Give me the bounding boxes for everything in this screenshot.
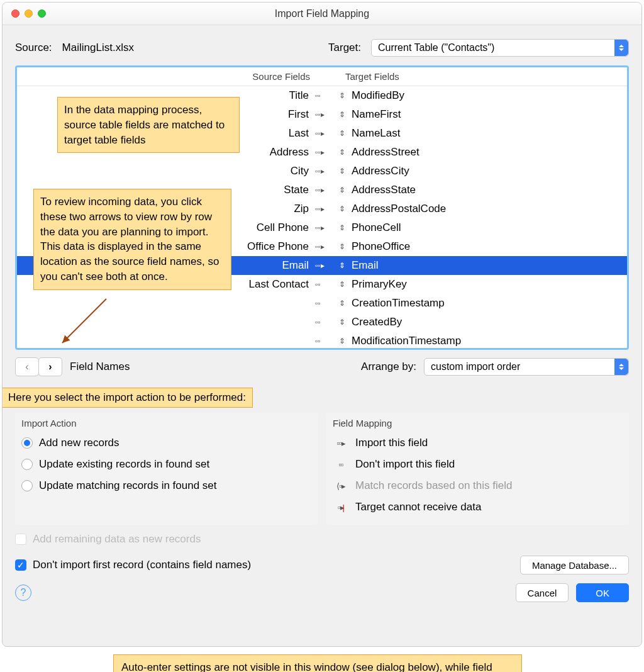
column-target: Target Fields — [345, 71, 627, 82]
help-button[interactable]: ? — [15, 585, 31, 601]
target-field: PhoneCell — [348, 221, 627, 234]
target-field: NameFirst — [348, 108, 627, 121]
mapping-arrow-icon[interactable]: ▫▫▸ — [315, 223, 325, 232]
mapping-row[interactable]: ▫▫⇕ModificationTimestamp — [17, 332, 627, 350]
mapping-arrow-icon[interactable]: ▫▫ — [315, 280, 321, 289]
svg-line-0 — [62, 299, 106, 343]
target-field: ModificationTimestamp — [348, 335, 627, 347]
arrange-by-select[interactable]: custom import order — [424, 358, 629, 376]
mapping-arrow-icon[interactable]: ▫▫▸ — [315, 148, 325, 157]
mapping-arrow-icon[interactable]: ▫▫▸ — [315, 186, 325, 194]
field-names-label: Field Names — [70, 361, 130, 373]
source-label: Source: — [15, 42, 52, 54]
field-mapping-list[interactable]: Source Fields Target Fields Title▫▫⇕Modi… — [15, 65, 629, 350]
target-field: AddressStreet — [348, 146, 627, 159]
sort-handle-icon[interactable]: ⇕ — [339, 242, 345, 251]
annotation-callout: In the data mapping process, source tabl… — [57, 97, 240, 153]
annotation-callout: To review incoming data, you click these… — [33, 189, 231, 290]
mapping-arrow-icon[interactable]: ▫▫ — [315, 299, 321, 308]
source-value: MailingList.xlsx — [62, 42, 134, 54]
radio-icon — [21, 480, 33, 491]
checkbox-icon — [15, 534, 26, 545]
titlebar: Import Field Mapping — [3, 3, 641, 25]
sort-handle-icon[interactable]: ⇕ — [339, 148, 345, 157]
sort-handle-icon[interactable]: ⇕ — [339, 91, 345, 100]
arrange-by-value: custom import order — [431, 361, 520, 372]
annotation-arrow-icon — [56, 299, 106, 349]
mapping-row[interactable]: ▫▫⇕CreationTimestamp — [17, 294, 627, 313]
mapping-arrow-icon[interactable]: ▫▫▸ — [315, 242, 325, 251]
legend-icon: ▫▫ — [333, 460, 349, 469]
annotation-callout: Auto-enter settings are not visible in t… — [113, 654, 522, 672]
mapping-row[interactable]: City▫▫▸⇕AddressCity — [17, 162, 627, 181]
legend-icon: ▫▸| — [333, 503, 349, 512]
target-field: AddressState — [348, 184, 627, 196]
ok-button[interactable]: OK — [576, 583, 629, 602]
annotation-callout: Here you select the import action to be … — [2, 388, 253, 408]
manage-database-button[interactable]: Manage Database... — [520, 556, 629, 574]
target-select[interactable]: Current Table ("Contacts") — [371, 39, 629, 57]
select-stepper-icon — [614, 359, 628, 375]
legend-icon: ⟨▫▸ — [333, 481, 349, 491]
prev-record-button[interactable]: ‹ — [15, 357, 39, 376]
import-action-title: Import Action — [21, 418, 311, 428]
sort-handle-icon[interactable]: ⇕ — [339, 299, 345, 308]
mapping-arrow-icon[interactable]: ▫▫▸ — [315, 261, 325, 270]
radio-update-existing[interactable]: Update existing records in found set — [21, 454, 311, 475]
mapping-arrow-icon[interactable]: ▫▫ — [315, 91, 321, 100]
sort-handle-icon[interactable]: ⇕ — [339, 129, 345, 138]
dialog-window: Import Field Mapping Source: MailingList… — [2, 2, 642, 647]
target-label: Target: — [328, 42, 361, 54]
import-action-panel: Import Action Add new records Update exi… — [15, 413, 318, 525]
mapping-row[interactable]: ▫▫⇕CreatedBy — [17, 313, 627, 332]
legend-icon: ▫▫▸ — [333, 439, 349, 448]
legend-row: ▫▫▸Import this field — [333, 432, 623, 454]
cancel-button[interactable]: Cancel — [516, 583, 569, 602]
target-field: NameLast — [348, 127, 627, 140]
mapping-arrow-icon[interactable]: ▫▫ — [315, 318, 321, 327]
target-field: AddressPostalCode — [348, 203, 627, 215]
target-field: CreationTimestamp — [348, 297, 627, 310]
mapping-arrow-icon[interactable]: ▫▫ — [315, 337, 321, 345]
sort-handle-icon[interactable]: ⇕ — [339, 280, 345, 289]
target-field: AddressCity — [348, 165, 627, 177]
window-title: Import Field Mapping — [3, 8, 641, 20]
select-stepper-icon — [614, 40, 628, 56]
sort-handle-icon[interactable]: ⇕ — [339, 204, 345, 213]
skip-first-record-checkbox[interactable]: Don't import first record (contains fiel… — [15, 559, 251, 571]
column-source: Source Fields — [17, 71, 319, 82]
radio-icon — [21, 459, 33, 470]
radio-icon — [21, 437, 33, 449]
target-field: Email — [348, 259, 627, 272]
target-field: ModifiedBy — [348, 89, 627, 102]
sort-handle-icon[interactable]: ⇕ — [339, 167, 345, 176]
target-field: CreatedBy — [348, 316, 627, 328]
add-remaining-checkbox: Add remaining data as new records — [15, 533, 629, 546]
sort-handle-icon[interactable]: ⇕ — [339, 261, 345, 270]
sort-handle-icon[interactable]: ⇕ — [339, 186, 345, 194]
sort-handle-icon[interactable]: ⇕ — [339, 337, 345, 345]
sort-handle-icon[interactable]: ⇕ — [339, 318, 345, 327]
radio-update-matching[interactable]: Update matching records in found set — [21, 475, 311, 496]
arrange-by-label: Arrange by: — [361, 361, 416, 373]
checkbox-icon — [15, 559, 26, 571]
mapping-arrow-icon[interactable]: ▫▫▸ — [315, 204, 325, 213]
target-value: Current Table ("Contacts") — [378, 42, 494, 53]
sort-handle-icon[interactable]: ⇕ — [339, 110, 345, 119]
radio-add-new[interactable]: Add new records — [21, 432, 311, 454]
field-mapping-legend-panel: Field Mapping ▫▫▸Import this field▫▫Don'… — [326, 413, 629, 525]
sort-handle-icon[interactable]: ⇕ — [339, 223, 345, 232]
next-record-button[interactable]: › — [38, 357, 62, 376]
mapping-arrow-icon[interactable]: ▫▫▸ — [315, 129, 325, 138]
legend-row: ▫▫Don't import this field — [333, 454, 623, 475]
field-mapping-title: Field Mapping — [333, 418, 623, 428]
legend-row: ▫▸|Target cannot receive data — [333, 496, 623, 518]
mapping-arrow-icon[interactable]: ▫▫▸ — [315, 110, 325, 119]
target-field: PrimaryKey — [348, 278, 627, 291]
source-field: City — [17, 165, 313, 177]
mapping-arrow-icon[interactable]: ▫▫▸ — [315, 167, 325, 176]
legend-row: ⟨▫▸Match records based on this field — [333, 475, 623, 496]
target-field: PhoneOffice — [348, 240, 627, 253]
